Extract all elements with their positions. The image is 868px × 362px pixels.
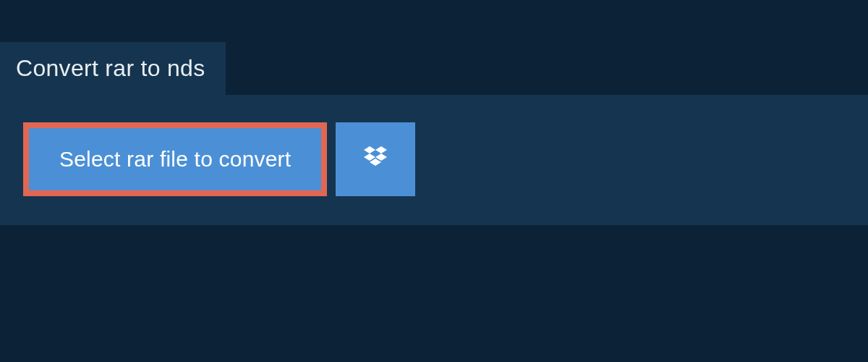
- tab-bar: Convert rar to nds: [0, 0, 868, 95]
- select-file-button[interactable]: Select rar file to convert: [23, 122, 327, 196]
- button-row: Select rar file to convert: [23, 122, 845, 196]
- convert-panel: Select rar file to convert: [0, 95, 868, 225]
- dropbox-button[interactable]: [336, 122, 415, 196]
- tab-convert[interactable]: Convert rar to nds: [0, 42, 226, 95]
- dropbox-icon: [361, 143, 390, 175]
- select-file-label: Select rar file to convert: [59, 147, 291, 172]
- tab-label: Convert rar to nds: [16, 55, 205, 81]
